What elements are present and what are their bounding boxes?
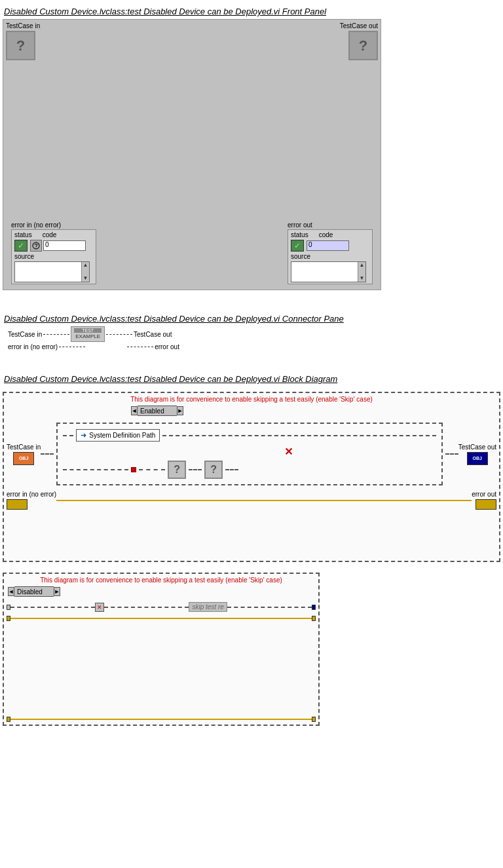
testcase-in-box: ? [6, 31, 35, 60]
fp-canvas-area [6, 62, 378, 219]
bd-wire-to-q1 [63, 469, 128, 470]
cp-testcase-out-label: TestCase out [134, 331, 172, 338]
error-in-code-input[interactable]: 0 [30, 240, 86, 252]
bd-x-mark: ✕ [284, 445, 293, 458]
testcase-out-group: TestCase out ? [340, 22, 378, 60]
bd-enum-value: Enabled [138, 406, 177, 416]
bd2-bottom-wire-row [7, 717, 316, 722]
bd2-enum-right-arrow[interactable]: ► [54, 587, 60, 596]
front-panel: TestCase in ? TestCase out ? e [3, 19, 381, 290]
bd2-tc-terminal-r [312, 605, 316, 610]
connector-pane: TestCase in TEST EXAMPLE TestCase out er… [8, 326, 500, 350]
error-in-status-label: status [14, 231, 32, 238]
testcase-out-label: TestCase out [340, 22, 378, 29]
error-in-checkmark: ✓ [18, 241, 24, 250]
bd-error-in-group: error in (no error) [7, 491, 56, 510]
bd2-enum-left-arrow[interactable]: ◄ [8, 587, 14, 596]
bd-obj-label-right: OBJ [473, 456, 482, 461]
bd-testcase-in-label: TestCase in [7, 443, 41, 451]
bd-testcase-out-terminal: OBJ [467, 452, 488, 465]
error-out-code-field[interactable]: 0 [307, 240, 349, 251]
front-panel-title: Disabled Custom Device.lvclass:test Disa… [3, 7, 500, 16]
bd-error-out-group: error out [472, 491, 496, 510]
block-diagram-2-frame: This diagram is for convenience to enabl… [3, 573, 320, 726]
cp-row-testcase: TestCase in TEST EXAMPLE TestCase out [8, 326, 500, 342]
scroll-up-arrow[interactable]: ▲ [83, 262, 88, 269]
error-in-inner: status code ✓ 0 [11, 229, 96, 284]
testcase-out-icon: ? [359, 37, 367, 54]
cp-testcase-in-label: TestCase in [8, 331, 42, 338]
error-in-label: error in (no error) [11, 221, 96, 229]
bd-enum-left-arrow[interactable]: ◄ [131, 406, 138, 415]
cp-error-out-label: error out [155, 343, 179, 350]
bd-wire-after-q2 [225, 469, 238, 470]
bd-inner-box: ➜ System Definition Path ✕ ? [56, 423, 442, 485]
bd-question-2: ? [204, 461, 223, 479]
error-out-checkmark: ✓ [294, 241, 301, 250]
sysdef-path-label: System Definition Path [89, 432, 155, 439]
bd-obj-label-left: OBJ [19, 456, 28, 461]
bd-testcase-in-terminal: OBJ [13, 452, 34, 465]
bd2-body-spacer [7, 625, 316, 717]
bd-wire-to-q2 [139, 469, 165, 470]
error-out-source-field[interactable]: ▲ ▼ [291, 261, 366, 282]
bd2-bottom-terminal-r [312, 717, 316, 722]
error-in-code-field[interactable]: 0 [43, 240, 86, 251]
bd-right-terminal-group: TestCase out OBJ [458, 443, 496, 465]
svg-point-1 [35, 248, 37, 249]
error-out-scrollbar[interactable]: ▲ ▼ [358, 262, 365, 282]
gap3 [3, 387, 500, 392]
cp-example-box: TEST EXAMPLE [71, 326, 105, 342]
bd2-enum-value: Disabled [14, 586, 54, 597]
bd2-bottom-wire [10, 719, 312, 720]
bd-wire-between-q [189, 469, 202, 470]
bd2-tc-wire-row: ✕ skip test re [7, 602, 316, 612]
testcase-out-box: ? [348, 31, 378, 60]
scroll-down-arrow[interactable]: ▼ [83, 275, 88, 282]
error-out-section: error out status code ✓ 0 [285, 220, 375, 286]
bd-enum-row: ◄ Enabled ► [131, 406, 496, 416]
error-in-source-field[interactable]: ▲ ▼ [14, 261, 90, 282]
bd2-enum-row: ◄ Disabled ► [8, 586, 316, 597]
bd-wire-right [445, 453, 458, 455]
testcase-in-group: TestCase in ? [6, 22, 40, 60]
error-out-source-label: source [291, 253, 310, 260]
error-out-inner: status code ✓ 0 source [288, 229, 373, 284]
error-in-code-icon [30, 240, 42, 252]
cp-wire-4 [127, 347, 153, 347]
error-out-values-row: ✓ 0 [291, 240, 369, 252]
bd2-convenience-label: This diagram is for convenience to enabl… [7, 576, 316, 584]
error-out-status-row: status code [291, 231, 369, 238]
gap5 [3, 726, 500, 736]
bd-sysdef-row: ➜ System Definition Path [63, 429, 436, 442]
bd-error-wire [56, 500, 472, 501]
bd2-merge-node: ✕ [95, 603, 104, 612]
bd-error-out-label: error out [472, 491, 496, 498]
error-in-scrollbar[interactable]: ▲ ▼ [81, 262, 89, 282]
testcase-in-label: TestCase in [6, 22, 40, 29]
bd-question-1: ? [168, 461, 186, 479]
error-in-values-row: ✓ 0 [14, 240, 93, 252]
testcase-in-icon: ? [16, 37, 25, 54]
block-diagram-frame: This diagram is for convenience to enabl… [3, 392, 500, 562]
sysdef-path-box: ➜ System Definition Path [76, 429, 160, 442]
error-out-code-input[interactable]: 0 [307, 240, 349, 251]
error-in-section: error in (no error) status code ✓ [9, 220, 99, 286]
scroll-up-arrow2[interactable]: ▲ [360, 262, 365, 269]
bd2-err-wire-row [7, 616, 316, 621]
bd2-skip-test-box: skip test re [189, 602, 227, 612]
bd-enum-right-arrow[interactable]: ► [177, 406, 183, 415]
bd-wire-after-sysdef [162, 435, 436, 436]
error-out-status-label: status [291, 231, 308, 238]
bd-question-row: ? ? [63, 461, 436, 479]
bd-arrow-icon: ➜ [81, 431, 86, 440]
error-out-check: ✓ [291, 240, 304, 252]
bd2-err-terminal-r [312, 616, 316, 621]
bd2-tc-wire-2 [104, 607, 189, 608]
error-in-source-label: source [14, 253, 34, 260]
bd-error-out-terminal [475, 499, 496, 510]
error-out-label: error out [288, 221, 373, 229]
gap4 [3, 562, 500, 573]
bd-wire-left [41, 453, 54, 455]
scroll-down-arrow2[interactable]: ▼ [360, 275, 365, 282]
